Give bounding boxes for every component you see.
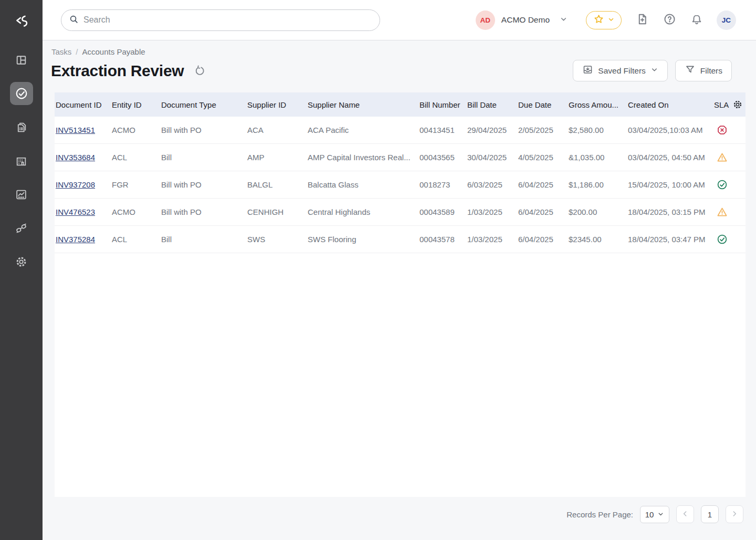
- document-type-cell: Bill: [160, 153, 246, 162]
- breadcrumb: Tasks / Accounts Payable: [51, 47, 746, 56]
- filters-button[interactable]: Filters: [675, 60, 732, 81]
- column-header-created-on[interactable]: Created On: [627, 100, 713, 109]
- document-id-link[interactable]: INV937208: [56, 180, 95, 189]
- sidebar-item-entities[interactable]: [10, 149, 33, 172]
- column-header-entity-id[interactable]: Entity ID: [111, 100, 160, 109]
- column-header-supplier-name[interactable]: Supplier Name: [307, 100, 418, 109]
- bill-date-cell: 1/03/2025: [466, 235, 517, 244]
- due-date-cell: 6/04/2025: [517, 180, 568, 189]
- notifications-button[interactable]: [690, 13, 703, 27]
- chevron-down-icon: [657, 510, 664, 519]
- app-logo-icon[interactable]: [10, 9, 33, 33]
- funnel-icon: [685, 64, 696, 77]
- search-input[interactable]: [83, 15, 372, 25]
- global-search: [61, 9, 380, 31]
- favorites-button[interactable]: [586, 11, 622, 29]
- question-circle-icon: [663, 13, 676, 27]
- sidebar-item-tasks[interactable]: [10, 82, 33, 105]
- document-id-link[interactable]: INV375284: [56, 235, 95, 244]
- sidebar-item-integrations[interactable]: [10, 216, 33, 240]
- sla-warning-icon: [717, 152, 728, 163]
- main-area: AD ACMO Demo: [43, 0, 756, 540]
- app-root: AD ACMO Demo: [0, 0, 756, 540]
- filters-label: Filters: [700, 66, 722, 76]
- document-type-cell: Bill with PO: [160, 180, 246, 189]
- column-header-bill-date[interactable]: Bill Date: [466, 100, 517, 109]
- table-row: INV375284 ACL Bill SWS SWS Flooring 0004…: [55, 226, 746, 253]
- current-page[interactable]: 1: [701, 505, 719, 523]
- next-page-button[interactable]: [726, 505, 743, 523]
- column-header-document-type[interactable]: Document Type: [160, 100, 246, 109]
- created-on-cell: 15/04/2025, 10:00 AM: [627, 180, 713, 189]
- bill-date-cell: 29/04/2025: [466, 126, 517, 134]
- sidebar-item-dashboard[interactable]: [10, 48, 33, 71]
- supplier-name-cell: Central Highlands: [307, 207, 418, 216]
- document-id-link[interactable]: INV353684: [56, 153, 95, 162]
- search-icon: [69, 14, 79, 26]
- sidebar: [0, 0, 43, 540]
- chevron-down-icon: [559, 15, 568, 26]
- chevron-down-icon: [650, 66, 658, 76]
- user-avatar[interactable]: JC: [717, 11, 736, 30]
- sla-success-icon: [717, 234, 728, 245]
- document-id-link[interactable]: INV476523: [56, 207, 95, 216]
- sla-status: [713, 179, 746, 190]
- gross-amount-cell: $2345.00: [568, 235, 627, 244]
- refresh-button[interactable]: [194, 65, 206, 79]
- bill-number-cell: 00413451: [418, 126, 466, 134]
- bill-number-cell: 0018273: [418, 180, 466, 189]
- sla-error-icon: [717, 124, 728, 136]
- documents-icon: [15, 121, 28, 134]
- topbar-actions: AD ACMO Demo: [476, 11, 736, 30]
- bill-date-cell: 30/04/2025: [466, 153, 517, 162]
- check-circle-icon: [15, 87, 28, 100]
- sidebar-item-documents[interactable]: [10, 116, 33, 139]
- chevron-down-icon: [607, 16, 615, 25]
- breadcrumb-accounts-payable[interactable]: Accounts Payable: [82, 47, 145, 56]
- column-header-due-date[interactable]: Due Date: [517, 100, 568, 109]
- entity-id-cell: ACL: [111, 153, 160, 162]
- created-on-cell: 18/04/2025, 03:15 PM: [627, 207, 713, 216]
- bill-number-cell: 00043565: [418, 153, 466, 162]
- sla-status: [713, 124, 746, 136]
- page-size-value: 10: [645, 510, 654, 519]
- column-header-document-id[interactable]: Document ID: [55, 100, 111, 109]
- entity-id-cell: ACMO: [111, 126, 160, 134]
- column-header-supplier-id[interactable]: Supplier ID: [246, 100, 307, 109]
- gross-amount-cell: &1,035.00: [568, 153, 627, 162]
- document-type-cell: Bill with PO: [160, 126, 246, 134]
- column-header-sla: SLA: [713, 99, 746, 110]
- document-id-link[interactable]: INV513451: [56, 126, 95, 134]
- new-document-button[interactable]: [636, 13, 649, 27]
- breadcrumb-tasks[interactable]: Tasks: [51, 47, 71, 56]
- org-switcher[interactable]: AD ACMO Demo: [476, 11, 568, 30]
- sla-header-label[interactable]: SLA: [714, 100, 729, 109]
- toolbar: Saved Filters Filters: [573, 60, 732, 81]
- due-date-cell: 6/04/2025: [517, 235, 568, 244]
- sidebar-nav: [10, 48, 33, 273]
- supplier-name-cell: Balcatta Glass: [307, 180, 418, 189]
- page-size-select[interactable]: 10: [640, 506, 669, 523]
- previous-page-button[interactable]: [676, 505, 694, 523]
- column-header-bill-number[interactable]: Bill Number: [418, 100, 466, 109]
- gross-amount-cell: $1,186.00: [568, 180, 627, 189]
- column-header-gross-amount[interactable]: Gross Amou...: [568, 100, 627, 109]
- supplier-id-cell: BALGL: [246, 180, 307, 189]
- sidebar-item-settings[interactable]: [10, 250, 33, 273]
- table-row: INV513451 ACMO Bill with PO ACA ACA Paci…: [55, 117, 746, 144]
- org-name: ACMO Demo: [501, 15, 550, 25]
- supplier-id-cell: ACA: [246, 126, 307, 134]
- gross-amount-cell: $200.00: [568, 207, 627, 216]
- topbar: AD ACMO Demo: [43, 0, 756, 40]
- plug-icon: [15, 222, 28, 235]
- archive-download-icon: [582, 64, 593, 77]
- column-settings-gear-icon[interactable]: [732, 99, 743, 110]
- sidebar-item-analytics[interactable]: [10, 183, 33, 206]
- created-on-cell: 03/04/2025,10:03 AM: [627, 126, 713, 134]
- entity-id-cell: FGR: [111, 180, 160, 189]
- saved-filters-button[interactable]: Saved Filters: [573, 60, 667, 81]
- saved-filters-label: Saved Filters: [598, 66, 645, 76]
- gross-amount-cell: $2,580.00: [568, 126, 627, 134]
- help-button[interactable]: [663, 13, 676, 27]
- chart-icon: [15, 188, 28, 201]
